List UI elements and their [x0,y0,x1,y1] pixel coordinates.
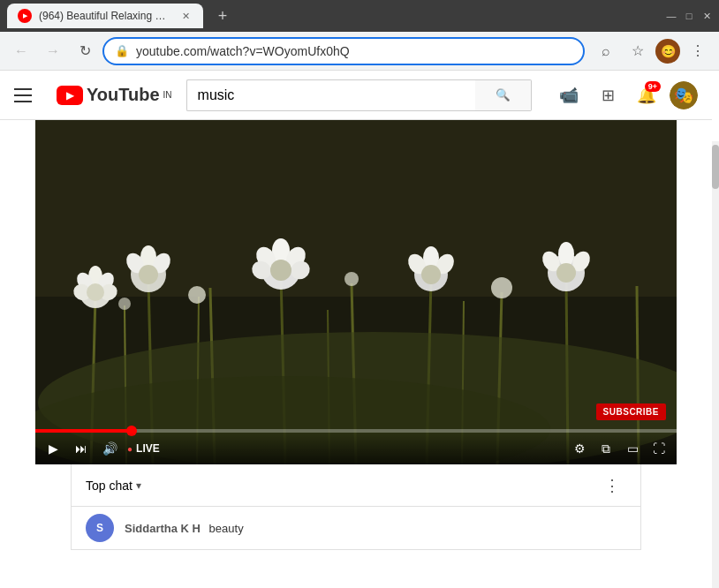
tab-favicon [18,9,32,23]
svg-point-38 [421,265,441,284]
svg-point-44 [188,286,206,304]
top-chat-selector[interactable]: Top chat ▾ [86,479,141,493]
skip-icon: ⏭ [75,441,87,456]
fullscreen-button[interactable]: ⛶ [648,438,670,459]
svg-point-26 [139,265,158,284]
tab-title: (964) Beautiful Relaxing Hymns... [39,10,171,22]
scrollbar[interactable] [712,141,719,588]
more-options-button[interactable]: ⋮ [684,37,712,65]
content-area: YouTube IN 🔍 📹 ⊞ [0,71,719,588]
video-player[interactable]: SUBSCRIBE ▶ [35,120,677,464]
hamburger-menu[interactable] [14,81,42,109]
search-input[interactable] [186,79,475,111]
svg-point-33 [270,260,291,281]
minimize-button[interactable]: — [666,11,677,21]
notification-badge: 9+ [645,81,661,92]
url-text: youtube.com/watch?v=WOyomUfx0hQ [136,44,572,58]
chat-message-text: beauty [209,522,244,535]
search-form: 🔍 [186,79,532,111]
play-button[interactable]: ▶ [42,438,64,459]
svg-point-43 [556,263,576,283]
volume-button[interactable]: 🔊 [99,438,120,459]
page-wrapper: YouTube IN 🔍 📹 ⊞ [0,71,719,588]
profile-avatar[interactable]: 😊 [655,39,680,64]
header-right-buttons: 📹 ⊞ 🔔 9+ 🎭 [553,79,698,111]
close-button[interactable]: ✕ [701,11,712,21]
svg-point-46 [491,277,512,298]
live-label: LIVE [136,442,160,455]
svg-point-21 [87,283,104,301]
active-tab[interactable]: (964) Beautiful Relaxing Hymns... ✕ [7,4,203,28]
right-controls: ⚙ ⧉ ▭ ⛶ [569,438,670,459]
tab-close-button[interactable]: ✕ [178,9,193,23]
fullscreen-icon: ⛶ [653,441,665,456]
nav-right-buttons: ⌕ ☆ 😊 ⋮ [592,37,712,65]
theater-button[interactable]: ▭ [622,438,643,459]
miniplayer-button[interactable]: ⧉ [595,438,617,459]
chevron-down-icon: ▾ [136,479,141,492]
back-button[interactable]: ← [7,37,35,65]
chat-more-button[interactable]: ⋮ [598,471,626,500]
chat-section: Top chat ▾ ⋮ S Siddartha K H b [71,464,641,550]
settings-button[interactable]: ⚙ [569,438,590,459]
forward-button[interactable]: → [39,37,67,65]
play-icon: ▶ [49,441,58,456]
apps-icon: ⊞ [602,86,615,105]
chat-header: Top chat ▾ ⋮ [72,464,640,507]
restore-button[interactable]: □ [684,11,694,21]
chat-message-content: Siddartha K H beauty [125,522,244,535]
address-bar[interactable]: 🔒 youtube.com/watch?v=WOyomUfx0hQ [102,37,585,65]
youtube-logo[interactable]: YouTube IN [57,85,172,105]
chat-username: Siddartha K H [125,522,201,535]
live-dot: ● [127,444,132,454]
user-avatar[interactable]: 🎭 [670,81,698,109]
svg-point-40 [558,242,574,267]
video-controls: ▶ ⏭ 🔊 ● LIVE [35,433,677,464]
search-icon-button[interactable]: ⌕ [592,37,620,65]
live-indicator: ● LIVE [127,442,160,455]
main-content: SUBSCRIBE ▶ [0,120,712,550]
more-icon: ⋮ [604,476,620,495]
scrollbar-thumb [712,145,719,189]
bookmark-button[interactable]: ☆ [624,37,652,65]
camera-icon: 📹 [559,86,579,105]
title-bar: (964) Beautiful Relaxing Hymns... ✕ + — … [0,0,719,32]
theater-icon: ▭ [627,441,639,456]
next-button[interactable]: ⏭ [71,438,92,459]
miniplayer-icon: ⧉ [602,441,610,456]
volume-icon: 🔊 [102,441,117,456]
chat-message: S Siddartha K H beauty [72,507,640,549]
notifications-button[interactable]: 🔔 9+ [631,79,662,111]
upload-button[interactable]: 📹 [553,79,585,111]
search-icon: 🔍 [496,88,511,102]
navigation-bar: ← → ↻ 🔒 youtube.com/watch?v=WOyomUfx0hQ … [0,32,719,71]
apps-button[interactable]: ⊞ [592,79,624,111]
chat-user-avatar: S [86,514,114,542]
new-tab-button[interactable]: + [210,4,235,28]
youtube-logo-text: YouTube [87,85,160,105]
address-bar-container: 🔒 youtube.com/watch?v=WOyomUfx0hQ [102,37,585,65]
svg-point-47 [118,298,131,310]
subscribe-button[interactable]: SUBSCRIBE [596,403,666,420]
video-thumbnail [35,120,677,464]
svg-point-45 [344,272,359,286]
refresh-button[interactable]: ↻ [71,37,99,65]
lock-icon: 🔒 [115,44,129,57]
video-container: SUBSCRIBE ▶ [35,120,677,464]
youtube-header: YouTube IN 🔍 📹 ⊞ [0,71,712,120]
country-code: IN [163,90,172,100]
youtube-logo-icon [57,86,83,105]
search-button[interactable]: 🔍 [475,79,532,111]
top-chat-label-text: Top chat [86,479,132,493]
settings-icon: ⚙ [574,441,586,456]
window-controls: — □ ✕ [666,11,712,21]
